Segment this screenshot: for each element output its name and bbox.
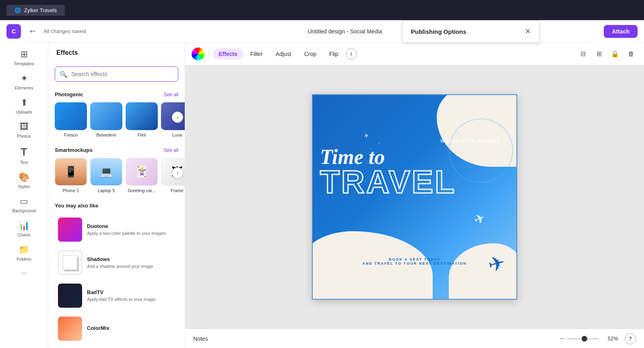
sidebar-item-styles[interactable]: 🎨 Styles — [4, 169, 44, 192]
text-label: Text — [20, 160, 28, 165]
canva-app: Publishing Options ✕ C ↩ All changes sav… — [0, 20, 644, 348]
smartmockups-scroll-right[interactable]: › — [172, 167, 183, 178]
publishing-title: Publishing Options — [411, 28, 466, 35]
sidebar-item-elements[interactable]: ✦ Elements — [4, 70, 44, 93]
shadows-name: Shadows — [87, 256, 175, 262]
grid-icon-button[interactable]: ⊞ — [592, 48, 605, 60]
text-icon: T — [21, 146, 27, 158]
also-like-list: Duotone Apply a two-color palette to you… — [48, 212, 185, 348]
zoom-thumb — [582, 336, 587, 342]
mockup-phone2[interactable]: 📱 Phone 2 — [55, 158, 87, 193]
zoom-out-button[interactable]: − — [560, 335, 564, 342]
also-like-badtv[interactable]: BadTV Apply bad TV effects to your image… — [55, 280, 178, 312]
zoom-slider[interactable] — [567, 338, 599, 340]
sidebar-item-templates[interactable]: ⊞ Templates — [4, 46, 44, 69]
effect-fresco[interactable]: Fresco — [55, 102, 87, 137]
charts-icon: 📊 — [19, 220, 29, 231]
toolbar-right: ⊟ ⊞ 🔒 🗑 — [576, 48, 638, 60]
travel-text: TRAVEL — [320, 168, 509, 197]
search-input[interactable] — [55, 66, 178, 82]
sidebar-item-background[interactable]: ▭ Background — [4, 193, 44, 216]
also-like-duotone[interactable]: Duotone Apply a two-color palette to you… — [55, 213, 178, 246]
sidebar-item-folders[interactable]: 📁 Folders — [4, 241, 44, 265]
templates-label: Templates — [14, 61, 34, 66]
sidebar-item-charts[interactable]: 📊 Charts — [4, 217, 44, 240]
smartmockups-row: 📱 Phone 2 💻 Laptop 5 🃏 Greeting car... 🖼 — [48, 156, 185, 198]
duotone-info: Duotone Apply a two-color palette to you… — [87, 223, 175, 236]
badtv-desc: Apply bad TV effects to your image. — [87, 296, 175, 302]
styles-label: Styles — [18, 184, 30, 189]
zoom-percentage: 52% — [602, 336, 618, 342]
adjust-tab-button[interactable]: Adjust — [270, 48, 297, 60]
canvas-section: Effects Filter Adjust Crop Flip i ⊟ ⊞ 🔒 … — [185, 43, 644, 348]
colormix-thumb — [58, 317, 82, 341]
tab-favicon: 🌐 — [14, 7, 21, 13]
lock-icon-button[interactable]: 🔒 — [609, 48, 621, 60]
duotone-thumb — [58, 218, 82, 242]
uploads-label: Uploads — [16, 110, 32, 114]
effect-flint[interactable]: Flint — [126, 102, 158, 137]
photogenic-see-all[interactable]: See all — [163, 92, 178, 97]
attach-button[interactable]: Attach — [604, 25, 638, 38]
travel-design: ✈ › ‹ HOLIDAY AIRLINES Time to TRAVEL ✈ … — [312, 94, 517, 300]
phone2-label: Phone 2 — [63, 188, 79, 193]
undo-button[interactable]: ↩ — [26, 25, 39, 38]
sidebar-more-button[interactable]: ··· — [18, 265, 30, 280]
browser-tab-zylker[interactable]: 🌐 Zylker Travels — [6, 5, 65, 16]
plane-small: ✈ — [471, 209, 488, 228]
bird-1: ✈ — [363, 132, 370, 140]
greeting-label: Greeting car... — [128, 188, 155, 193]
flip-tab-button[interactable]: Flip — [324, 48, 344, 60]
belvedere-label: Belvedere — [96, 133, 116, 137]
left-sidebar: ⊞ Templates ✦ Elements ⬆ Uploads 🖼 Photo… — [0, 43, 48, 348]
styles-icon: 🎨 — [19, 172, 29, 182]
smartmockups-see-all[interactable]: See all — [163, 147, 178, 153]
crop-tab-button[interactable]: Crop — [299, 48, 322, 60]
uploads-icon: ⬆ — [21, 97, 28, 108]
close-publishing-button[interactable]: ✕ — [525, 27, 531, 36]
also-like-shadows[interactable]: Shadows Add a shadow around your image — [55, 246, 178, 279]
zoom-control: − 52% — [560, 335, 618, 342]
help-button[interactable]: ? — [625, 333, 636, 344]
mockup-laptop5[interactable]: 💻 Laptop 5 — [90, 158, 122, 193]
effects-toolbar: Effects Filter Adjust Crop Flip i ⊟ ⊞ 🔒 … — [185, 43, 644, 65]
colormix-info: ColorMix — [87, 325, 175, 332]
sidebar-item-text[interactable]: T Text — [4, 143, 44, 168]
effect-belvedere[interactable]: Belvedere — [90, 102, 122, 137]
notes-label[interactable]: Notes — [193, 336, 208, 342]
photos-label: Photos — [17, 134, 31, 139]
flint-label: Flint — [138, 133, 146, 137]
tab-title: Zylker Travels — [24, 7, 57, 13]
color-wheel[interactable] — [192, 48, 204, 60]
also-like-colormix[interactable]: ColorMix — [55, 313, 178, 345]
canvas-frame[interactable]: ✈ › ‹ HOLIDAY AIRLINES Time to TRAVEL ✈ … — [312, 94, 517, 300]
effects-tab-button[interactable]: Effects — [213, 48, 243, 60]
badtv-name: BadTV — [87, 289, 175, 295]
airline-text: HOLIDAY AIRLINES — [441, 139, 501, 143]
sidebar-item-photos[interactable]: 🖼 Photos — [4, 118, 44, 142]
sidebar-item-uploads[interactable]: ⬆ Uploads — [4, 94, 44, 118]
info-button[interactable]: i — [346, 48, 357, 60]
also-like-header: You may also like — [48, 199, 185, 212]
filter-icon-button[interactable]: ⊟ — [576, 48, 589, 60]
toolbar-divider-1 — [208, 49, 209, 59]
greeting-mockup-img: 🃏 — [126, 158, 158, 186]
canva-topbar: C ↩ All changes saved Untitled design - … — [0, 20, 644, 43]
delete-icon-button[interactable]: 🗑 — [625, 48, 638, 60]
photos-icon: 🖼 — [20, 122, 29, 132]
luna-label: Luna — [172, 133, 182, 137]
filter-tab-button[interactable]: Filter — [245, 48, 268, 60]
bird-2: › — [378, 141, 380, 145]
effects-panel: Effects 🔍 Photogenic See all Fresco Belv… — [48, 43, 185, 348]
shadows-thumb — [58, 251, 82, 275]
photogenic-scroll-right[interactable]: › — [172, 112, 183, 123]
colormix-name: ColorMix — [87, 325, 175, 331]
badtv-info: BadTV Apply bad TV effects to your image… — [87, 289, 175, 302]
duotone-name: Duotone — [87, 223, 175, 229]
phone-mockup-img: 📱 — [55, 158, 87, 185]
panel-title: Effects — [48, 43, 185, 62]
saved-status: All changes saved — [43, 28, 86, 34]
mockup-greeting[interactable]: 🃏 Greeting car... — [126, 158, 158, 193]
badtv-thumb — [58, 284, 82, 308]
charts-label: Charts — [17, 232, 30, 237]
